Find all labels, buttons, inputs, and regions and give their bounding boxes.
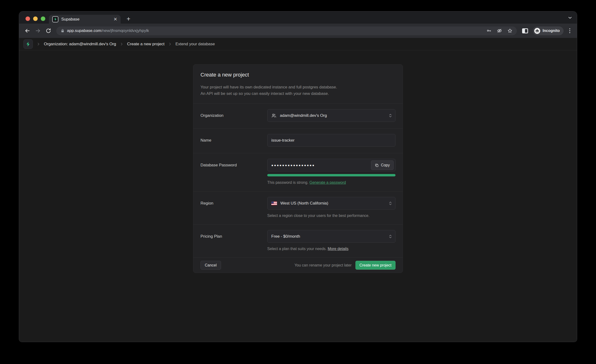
- browser-menu-icon[interactable]: [566, 28, 573, 33]
- breadcrumb-organization[interactable]: Organization: adam@windmill.dev's Org: [44, 42, 116, 46]
- url-text: app.supabase.com/new/jfnsmqoynldvxjyhpyl…: [67, 28, 484, 33]
- select-chevrons-icon: [389, 201, 392, 206]
- supabase-logo-icon[interactable]: [23, 39, 33, 49]
- region-label: Region: [201, 197, 267, 218]
- chevron-right-icon: [120, 42, 124, 46]
- password-strength-bar: [267, 174, 395, 176]
- incognito-label: Incognito: [543, 29, 560, 33]
- create-new-project-button[interactable]: Create new project: [356, 261, 395, 270]
- select-chevrons-icon: [389, 234, 392, 239]
- copy-password-button[interactable]: Copy: [371, 160, 394, 170]
- tab-strip: Supabase ✕ +: [19, 11, 577, 24]
- pricing-plan-label: Pricing Plan: [201, 230, 267, 251]
- card-footer: Cancel You can rename your project later…: [193, 257, 403, 273]
- eye-off-icon[interactable]: [497, 28, 502, 33]
- organization-value: adam@windmill.dev's Org: [280, 113, 391, 118]
- name-label: Name: [201, 134, 267, 147]
- rename-note: You can rename your project later: [294, 263, 352, 267]
- chevron-right-icon: [168, 42, 172, 46]
- pricing-plan-row: Pricing Plan Free - $0/month Select a pl…: [193, 224, 403, 257]
- pricing-plan-select[interactable]: Free - $0/month: [267, 230, 395, 243]
- select-chevrons-icon: [389, 113, 392, 118]
- maximize-window-button[interactable]: [41, 16, 45, 21]
- tab-search-chevron-icon[interactable]: [567, 15, 573, 20]
- cancel-button[interactable]: Cancel: [201, 261, 221, 270]
- name-row: Name issue-tracker: [193, 128, 403, 153]
- back-button[interactable]: [23, 26, 32, 35]
- browser-toolbar: app.supabase.com/new/jfnsmqoynldvxjyhpyl…: [19, 24, 577, 38]
- reload-button[interactable]: [44, 26, 53, 35]
- generate-password-link[interactable]: Generate a password: [309, 180, 346, 185]
- breadcrumb-create-project[interactable]: Create a new project: [127, 42, 164, 46]
- pricing-plan-helper: Select a plan that suits your needs. Mor…: [267, 247, 395, 251]
- password-label: Database Password: [201, 159, 267, 185]
- browser-tab-supabase[interactable]: Supabase ✕: [49, 15, 121, 24]
- region-helper: Select a region close to your users for …: [267, 214, 395, 218]
- breadcrumb: Organization: adam@windmill.dev's Org Cr…: [19, 38, 577, 50]
- forward-button[interactable]: [33, 26, 42, 35]
- region-value: West US (North California): [280, 201, 391, 206]
- us-flag-icon: [271, 201, 277, 205]
- minimize-window-button[interactable]: [33, 16, 38, 21]
- side-panel-icon[interactable]: [522, 28, 528, 33]
- organization-select[interactable]: adam@windmill.dev's Org: [267, 109, 395, 122]
- traffic-lights: [25, 16, 45, 21]
- password-key-icon[interactable]: [487, 28, 492, 33]
- users-icon: [271, 113, 276, 118]
- lock-icon: [60, 29, 65, 33]
- incognito-badge[interactable]: Incognito: [533, 26, 564, 35]
- supabase-page: Organization: adam@windmill.dev's Org Cr…: [19, 38, 577, 342]
- incognito-spy-icon: [534, 28, 540, 34]
- card-header: Create a new project Your project will h…: [193, 65, 403, 104]
- project-name-input[interactable]: issue-tracker: [267, 134, 395, 147]
- breadcrumb-extend-database: Extend your database: [175, 42, 215, 46]
- address-bar[interactable]: app.supabase.com/new/jfnsmqoynldvxjyhpyl…: [56, 26, 517, 35]
- page-title: Create a new project: [201, 72, 395, 78]
- region-row: Region West US (North California) Select…: [193, 191, 403, 224]
- supabase-favicon-icon: [52, 16, 58, 22]
- copy-icon: [375, 163, 379, 167]
- organization-row: Organization adam@windmill.dev's Org: [193, 104, 403, 128]
- organization-label: Organization: [201, 109, 267, 122]
- tab-title: Supabase: [61, 17, 111, 22]
- password-row: Database Password ●●●●●●●●●●●●●●●● Copy …: [193, 153, 403, 191]
- close-window-button[interactable]: [25, 16, 30, 21]
- tab-close-icon[interactable]: ✕: [113, 17, 117, 22]
- password-helper: This password is strong. Generate a pass…: [267, 180, 395, 185]
- copy-button-label: Copy: [381, 163, 390, 167]
- new-tab-button[interactable]: +: [125, 16, 132, 22]
- card-description: Your project will have its own dedicated…: [201, 84, 395, 97]
- bookmark-star-icon[interactable]: [507, 28, 513, 33]
- database-password-input[interactable]: ●●●●●●●●●●●●●●●● Copy: [267, 159, 395, 171]
- pricing-plan-value: Free - $0/month: [271, 234, 391, 239]
- more-details-link[interactable]: More details: [328, 247, 348, 251]
- browser-window: Supabase ✕ + app.supabase.com/new/jfnsmq…: [19, 11, 577, 342]
- chevron-right-icon: [37, 42, 40, 46]
- create-project-card: Create a new project Your project will h…: [193, 64, 403, 273]
- region-select[interactable]: West US (North California): [267, 197, 395, 209]
- page-content: Create a new project Your project will h…: [19, 50, 577, 342]
- project-name-value: issue-tracker: [271, 138, 391, 143]
